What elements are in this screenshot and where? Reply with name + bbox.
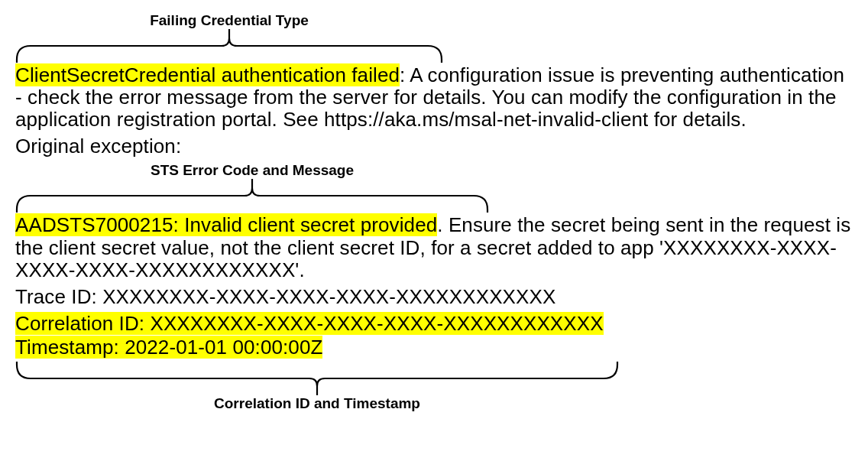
diagram-stage: Failing Credential Type ClientSecretCred… [0,0,868,474]
highlight-correlation-id: Correlation ID: XXXXXXXX-XXXX-XXXX-XXXX-… [15,312,604,335]
original-exception-label: Original exception: [15,135,853,157]
trace-id-line: Trace ID: XXXXXXXX-XXXX-XXXX-XXXX-XXXXXX… [15,286,853,308]
highlight-credential-type: ClientSecretCredential authentication fa… [15,63,400,86]
highlight-sts-code: AADSTS7000215: Invalid client secret pro… [15,213,437,236]
highlight-timestamp: Timestamp: 2022-01-01 00:00:00Z [15,336,322,359]
error-paragraph-sts: AADSTS7000215: Invalid client secret pro… [15,214,853,281]
error-paragraph-1: ClientSecretCredential authentication fa… [15,64,853,131]
label-correlation-timestamp: Correlation ID and Timestamp [15,395,619,412]
timestamp-line: Timestamp: 2022-01-01 00:00:00Z [15,336,853,359]
correlation-id-line: Correlation ID: XXXXXXXX-XXXX-XXXX-XXXX-… [15,313,853,335]
label-failing-credential-type: Failing Credential Type [15,12,443,29]
label-sts-error-code: STS Error Code and Message [15,162,489,179]
bracket-top-icon [15,29,443,63]
bracket-bottom-icon [15,362,619,395]
bracket-middle-icon [15,179,489,213]
